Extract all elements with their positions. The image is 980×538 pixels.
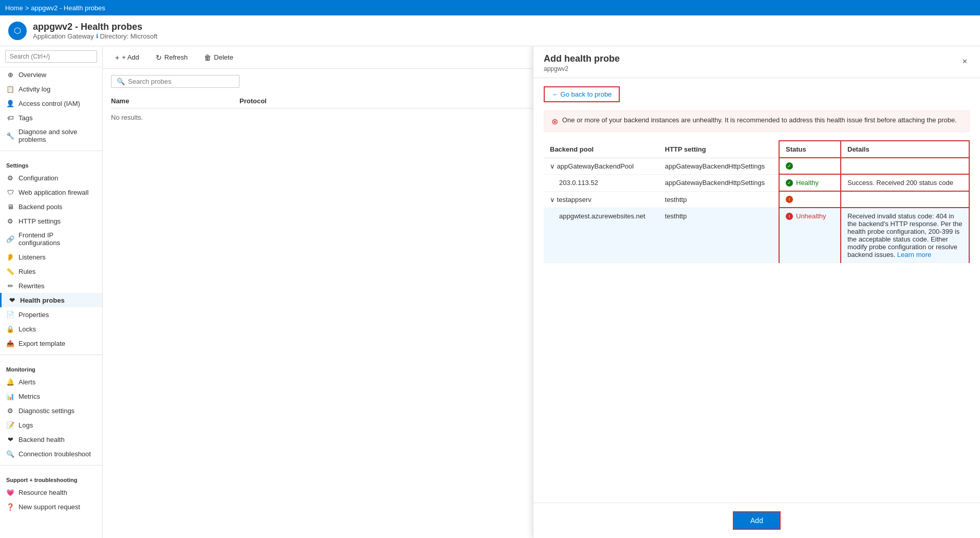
sidebar-item-http-settings[interactable]: ⚙ HTTP settings — [0, 214, 102, 228]
sidebar-item-diagnostic-settings[interactable]: ⚙ Diagnostic settings — [0, 403, 102, 418]
sidebar-item-frontend-ip[interactable]: 🔗 Frontend IP configurations — [0, 228, 102, 250]
row-details — [841, 191, 969, 208]
status-healthy: ✓ Healthy — [786, 179, 834, 187]
refresh-label: Refresh — [164, 53, 188, 61]
info-icon: ℹ — [96, 33, 98, 40]
sidebar-item-metrics[interactable]: 📊 Metrics — [0, 389, 102, 403]
search-input[interactable] — [5, 50, 97, 63]
sidebar-item-properties[interactable]: 📄 Properties — [0, 307, 102, 322]
rewrites-icon: ✏ — [6, 282, 14, 290]
row-details: Received invalid status code: 404 in the… — [841, 208, 969, 263]
col-name-header: Name — [111, 97, 239, 105]
new-support-request-icon: ❓ — [6, 503, 14, 511]
app-icon: ⬡ — [8, 22, 27, 40]
warning-banner: ⊗ One or more of your backend instances … — [544, 110, 970, 132]
sidebar-item-connection-troubleshoot[interactable]: 🔍 Connection troubleshoot — [0, 447, 102, 461]
breadcrumb-home[interactable]: Home — [5, 4, 23, 12]
row-http-setting: testhttp — [659, 191, 779, 208]
delete-button[interactable]: 🗑 Delete — [200, 51, 237, 64]
sidebar-item-listeners[interactable]: 👂 Listeners — [0, 250, 102, 264]
sidebar-label-tags: Tags — [19, 114, 32, 122]
sidebar-item-health-probes[interactable]: ❤ Health probes — [0, 293, 102, 307]
sidebar-label-waf: Web application firewall — [19, 189, 88, 196]
row-http-setting: appGatewayBackendHttpSettings — [659, 174, 779, 191]
sidebar-label-diagnostic-settings: Diagnostic settings — [19, 407, 75, 415]
support-section-label: Support + troubleshooting — [0, 470, 102, 485]
row-http-setting: appGatewayBackendHttpSettings — [659, 158, 779, 174]
row-details: Success. Received 200 status code — [841, 174, 969, 191]
breadcrumb: Home > appgwv2 - Health probes — [5, 4, 105, 12]
page-title: appgwv2 - Health probes — [33, 22, 157, 32]
metrics-icon: 📊 — [6, 392, 14, 400]
sidebar-label-export-template: Export template — [19, 340, 65, 347]
learn-more-link[interactable]: Learn more — [897, 251, 931, 258]
row-http-setting: testhttp — [659, 208, 779, 263]
sidebar-item-overview[interactable]: ⊕ Overview — [0, 67, 102, 82]
add-label: + Add — [122, 53, 139, 61]
sidebar-label-frontend-ip: Frontend IP configurations — [19, 231, 96, 247]
sidebar-label-listeners: Listeners — [19, 253, 46, 261]
sidebar-item-activity-log[interactable]: 📋 Activity log — [0, 82, 102, 96]
panel-content: ← Go back to probe ⊗ One or more of your… — [533, 78, 980, 503]
sidebar-label-backend-health: Backend health — [19, 436, 65, 443]
unhealthy-dot: ! — [786, 213, 793, 220]
sidebar-label-overview: Overview — [19, 71, 46, 79]
resource-health-icon: 💗 — [6, 488, 14, 496]
sidebar-item-resource-health[interactable]: 💗 Resource health — [0, 485, 102, 499]
search-probes-input[interactable] — [128, 78, 234, 85]
monitoring-section-label: Monitoring — [0, 359, 102, 375]
connection-troubleshoot-icon: 🔍 — [6, 450, 14, 458]
diagnose-icon: 🔧 — [6, 132, 14, 140]
healthy-label: Healthy — [796, 179, 819, 187]
sidebar-label-properties: Properties — [19, 311, 49, 319]
locks-icon: 🔒 — [6, 325, 14, 333]
sidebar-item-waf[interactable]: 🛡 Web application firewall — [0, 185, 102, 199]
sidebar-item-access-control[interactable]: 👤 Access control (IAM) — [0, 96, 102, 110]
table-row: ∨ appGatewayBackendPool appGatewayBacken… — [544, 158, 969, 174]
alerts-icon: 🔔 — [6, 378, 14, 386]
content-area: + + Add ↻ Refresh 🗑 Delete 🔍 Name Protoc… — [103, 46, 980, 538]
tags-icon: 🏷 — [6, 114, 14, 122]
row-backend-pool: 203.0.113.52 — [544, 174, 659, 191]
healthy-dot: ✓ — [786, 179, 793, 187]
panel-close-button[interactable]: ✕ — [960, 53, 970, 68]
sidebar-label-http-settings: HTTP settings — [19, 217, 61, 225]
close-icon: ✕ — [962, 58, 968, 65]
sidebar-item-diagnose[interactable]: 🔧 Diagnose and solve problems — [0, 125, 102, 146]
col-backend-pool-header: Backend pool — [544, 141, 659, 158]
sidebar-item-tags[interactable]: 🏷 Tags — [0, 110, 102, 125]
sidebar-label-diagnose: Diagnose and solve problems — [19, 128, 96, 143]
status-unhealthy: ! Unhealthy — [786, 212, 834, 220]
sidebar-item-rules[interactable]: 📏 Rules — [0, 264, 102, 279]
delete-icon: 🗑 — [204, 53, 211, 62]
sidebar-item-logs[interactable]: 📝 Logs — [0, 418, 102, 432]
unhealthy-label: Unhealthy — [796, 212, 826, 220]
row-status: ! — [779, 191, 841, 208]
sidebar-item-configuration[interactable]: ⚙ Configuration — [0, 171, 102, 185]
backend-pools-icon: 🖥 — [6, 202, 14, 211]
go-back-label: ← Go back to probe — [552, 90, 612, 98]
sidebar-item-locks[interactable]: 🔒 Locks — [0, 322, 102, 336]
add-button[interactable]: + + Add — [111, 51, 143, 64]
row-status: ✓ Healthy — [779, 174, 841, 191]
row-details — [841, 158, 969, 174]
sidebar: ⊕ Overview 📋 Activity log 👤 Access contr… — [0, 46, 103, 538]
sidebar-item-new-support-request[interactable]: ❓ New support request — [0, 499, 102, 514]
row-backend-pool: appgwtest.azurewebsites.net — [544, 208, 659, 263]
search-icon: 🔍 — [117, 78, 125, 85]
logs-icon: 📝 — [6, 421, 14, 429]
panel-footer: Add — [533, 503, 980, 538]
panel-title: Add health probe — [544, 53, 620, 64]
row-backend-pool: ∨ appGatewayBackendPool — [544, 158, 659, 174]
sidebar-item-backend-health[interactable]: ❤ Backend health — [0, 432, 102, 447]
sidebar-item-alerts[interactable]: 🔔 Alerts — [0, 375, 102, 389]
row-backend-pool: ∨ testappserv — [544, 191, 659, 208]
sidebar-item-rewrites[interactable]: ✏ Rewrites — [0, 279, 102, 293]
refresh-button[interactable]: ↻ Refresh — [152, 51, 192, 64]
sidebar-label-configuration: Configuration — [19, 174, 58, 182]
go-back-to-probe-button[interactable]: ← Go back to probe — [544, 86, 620, 102]
sidebar-item-backend-pools[interactable]: 🖥 Backend pools — [0, 199, 102, 214]
panel-add-button[interactable]: Add — [733, 511, 781, 530]
sidebar-item-export-template[interactable]: 📤 Export template — [0, 336, 102, 350]
panel-subtitle: appgwv2 — [544, 65, 620, 72]
